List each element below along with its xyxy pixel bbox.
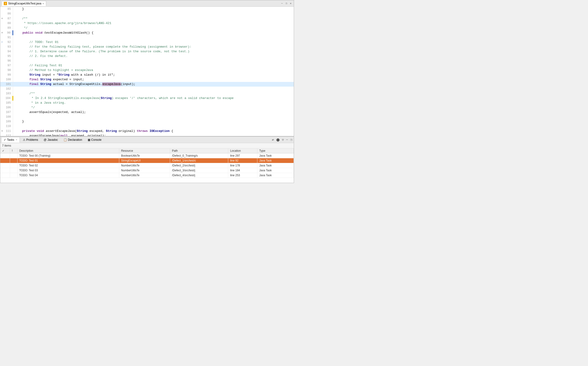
tab-tasks-close[interactable]: × (16, 138, 17, 141)
items-count: 7 items (2, 144, 11, 147)
tab-tasks[interactable]: ✓ Tasks × (1, 137, 20, 143)
code-row: 88 * https://issues.apache.org/jira/brow… (0, 21, 294, 26)
code-row: 97 // Failing Test 01 (0, 63, 294, 68)
col-resource: Resource (119, 148, 170, 153)
console-icon: ▦ (88, 138, 90, 141)
code-row: 106 */ (0, 105, 294, 110)
collapse-icon[interactable]: ⊖ (1, 17, 3, 20)
table-row[interactable]: TODO: Test 00 (Training)BooleanUtilsTe/D… (0, 153, 294, 158)
table-row[interactable]: TODO: Test 01StringEscapeUI/Defect_1/src… (0, 158, 294, 163)
task-type: Java Task (257, 153, 294, 158)
tab-label: StringEscapeUtilsTest.java (8, 2, 41, 5)
col-path: Path (170, 148, 228, 153)
code-cell: // Method to highlight = escapeJava (13, 68, 294, 73)
line-number: 89 (4, 26, 13, 30)
code-row: 95 // 2. Fix the defect. (0, 54, 294, 59)
line-number: 107 (4, 110, 13, 114)
problems-icon: ⚠ (23, 138, 25, 141)
line-number: 103 (4, 91, 13, 96)
minimize-button[interactable]: — (280, 2, 284, 5)
main-window: J StringEscapeUtilsTest.java × — ❐ ✕ (0, 0, 294, 183)
line-number: 96 (4, 59, 13, 63)
toolbar-maximize-button[interactable]: ❐ (290, 138, 293, 142)
code-row: 93 // For the following failing test, pl… (0, 45, 294, 49)
task-resource: StringEscapeUI (119, 158, 170, 163)
panel-status: 7 items (0, 143, 294, 148)
table-row[interactable]: TODO: Test 04NumberUtilsTe/Defect_4/src/… (0, 173, 294, 178)
code-row: ⊖87 /** (0, 16, 294, 21)
tab-console[interactable]: ▦ Console (85, 137, 104, 143)
editor-tab[interactable]: J StringEscapeUtilsTest.java × (2, 1, 46, 6)
code-cell: final String actual = StringEscapeUtils.… (13, 82, 294, 87)
line-number: 86 (4, 11, 13, 16)
task-excl (10, 158, 17, 163)
task-excl (10, 168, 17, 173)
task-location: line 253 (228, 173, 257, 178)
task-resource: NumberUtilsTe (119, 168, 170, 173)
tab-close-button[interactable]: × (43, 2, 44, 5)
col-type: Type (257, 148, 294, 153)
table-row[interactable]: TODO: Test 02NumberUtilsTe/Defect_2/src/… (0, 163, 294, 168)
declaration-icon: 📋 (63, 138, 67, 141)
toolbar-filter-button[interactable]: ⬤ (276, 138, 280, 142)
code-cell: public void testEscapeJavaWithSlash() { (13, 30, 294, 35)
code-row: ⚐92 // TODO: Test 01 (0, 40, 294, 45)
code-cell: final String expected = input; (13, 77, 294, 82)
col-check: ✓ (0, 148, 10, 153)
task-description: TODO: Test 00 (Training) (17, 153, 119, 158)
tab-problems[interactable]: ⚠ Problems (20, 137, 41, 143)
collapse-icon[interactable]: ⊖ (1, 31, 3, 34)
task-resource: BooleanUtilsTe (119, 153, 170, 158)
code-cell (13, 35, 294, 40)
window-controls: — ❐ ✕ (280, 2, 292, 5)
code-row: 104 * In 2.4 StringEscapeUtils.escapeJav… (0, 96, 294, 101)
table-body: TODO: Test 00 (Training)BooleanUtilsTe/D… (0, 153, 294, 178)
tab-declaration-label: Declaration (68, 138, 82, 141)
code-editor: 85 }86⊖87 /**88 * https://issues.apache.… (0, 7, 294, 136)
task-path: /Defect_3/src/test/j (170, 168, 228, 173)
code-cell: assertEscapeJava(null, escaped, original… (13, 134, 294, 136)
code-cell: // 2. Fix the defect. (13, 54, 294, 59)
task-path: /Defect_1/src/test/c (170, 158, 228, 163)
code-row: 102 (0, 87, 294, 91)
todo-marker-icon: ⚐ (1, 41, 3, 44)
task-excl (10, 163, 17, 168)
line-number: 85 (4, 7, 13, 11)
code-row: 85 } (0, 7, 294, 11)
code-cell: // TODO: Test 01 (13, 40, 294, 45)
bottom-panel: ✓ Tasks × ⚠ Problems @ Javadoc 📋 Declara… (0, 136, 294, 183)
code-cell (13, 87, 294, 91)
line-number: 90 (4, 30, 13, 35)
table-header: ✓ ! Description Resource Path Location T… (0, 148, 294, 153)
toolbar-minimize-button[interactable]: — (285, 138, 289, 142)
toolbar-dropdown-button[interactable]: ▽ (281, 138, 285, 142)
tab-problems-label: Problems (26, 138, 38, 141)
line-number: 98 (4, 68, 13, 73)
task-type: Java Task (257, 168, 294, 173)
collapse-icon[interactable]: ⊖ (1, 130, 3, 132)
line-number: 104 (4, 96, 13, 101)
restore-button[interactable]: ❐ (285, 2, 288, 5)
task-description: TODO: Test 04 (17, 173, 119, 178)
panel-tabs: ✓ Tasks × ⚠ Problems @ Javadoc 📋 Declara… (0, 137, 294, 143)
task-type: Java Task (257, 158, 294, 163)
task-check (0, 158, 10, 163)
task-location: line 178 (228, 163, 257, 168)
task-resource: NumberUtilsTe (119, 173, 170, 178)
line-number: 100 (4, 77, 13, 82)
tab-tasks-label: Tasks (7, 138, 14, 141)
code-row: 112 assertEscapeJava(null, escaped, orig… (0, 134, 294, 136)
line-number: 87 (4, 16, 13, 21)
title-bar: J StringEscapeUtilsTest.java × — ❐ ✕ (0, 0, 294, 7)
line-number: 105 (4, 101, 13, 105)
toolbar-sync-button[interactable]: ⇄ (271, 138, 275, 142)
line-number: 93 (4, 45, 13, 49)
tab-declaration[interactable]: 📋 Declaration (61, 137, 85, 143)
task-resource: NumberUtilsTe (119, 163, 170, 168)
tab-javadoc[interactable]: @ Javadoc (41, 137, 60, 143)
task-check (0, 163, 10, 168)
close-button[interactable]: ✕ (289, 2, 292, 5)
code-cell: } (13, 7, 294, 11)
table-row[interactable]: TODO: Test 03NumberUtilsTe/Defect_3/src/… (0, 168, 294, 173)
code-area[interactable]: 85 }86⊖87 /**88 * https://issues.apache.… (0, 7, 294, 136)
